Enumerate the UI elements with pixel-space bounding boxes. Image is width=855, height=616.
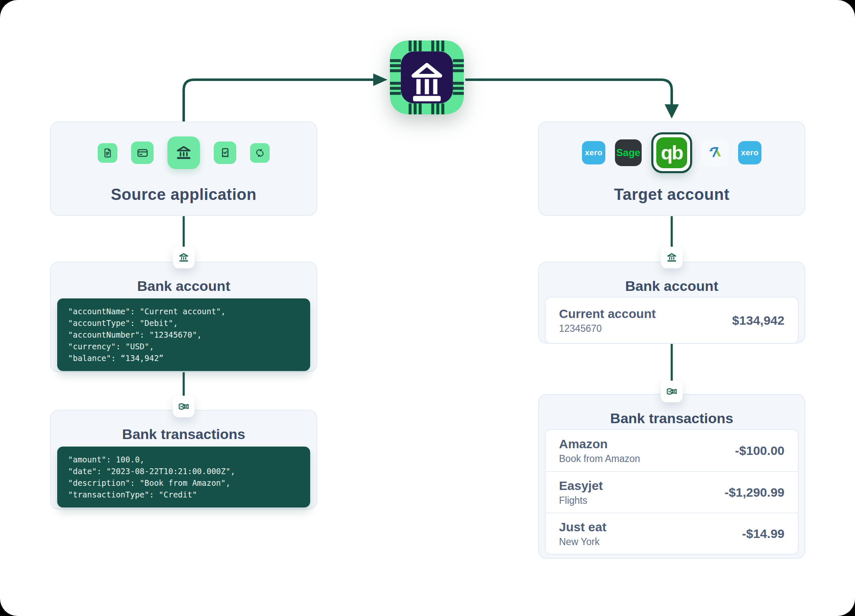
code-line: "accountNumber": "12345670",: [68, 329, 299, 341]
transactions-list: Amazon Book from Amazon -$100.00 Easyjet…: [545, 429, 799, 555]
arrowhead-right: [373, 73, 387, 86]
receipt-check-icon[interactable]: [214, 141, 236, 164]
account-summary-row: Current account 12345670 $134,942: [545, 297, 799, 344]
transaction-row: Amazon Book from Amazon -$100.00: [546, 430, 798, 471]
document-icon[interactable]: [98, 143, 117, 163]
transaction-detail: New York: [559, 536, 606, 548]
target-bank-transactions-card: Bank transactions Amazon Book from Amazo…: [538, 394, 805, 559]
account-name: Current account: [559, 307, 656, 321]
target-account-panel: xero Sage qb xero Targ: [538, 121, 805, 216]
sage-app-icon[interactable]: Sage: [615, 139, 642, 166]
transaction-detail: Book from Amazon: [559, 453, 640, 465]
transaction-detail: Flights: [559, 495, 603, 506]
arrow-source-to-chip: [184, 80, 373, 122]
transaction-merchant: Easyjet: [559, 479, 603, 493]
card-title: Bank transactions: [539, 411, 804, 426]
code-line: "accountType": "Debit",: [68, 317, 299, 329]
xero-label: xero: [741, 148, 759, 157]
source-application-panel: Source application: [50, 121, 317, 216]
transaction-amount: -$100.00: [735, 444, 784, 458]
freeagent-app-icon[interactable]: [702, 139, 729, 166]
card-title: Bank account: [51, 278, 316, 293]
bank-icon[interactable]: [167, 136, 200, 169]
quickbooks-app-icon-selected[interactable]: qb: [651, 132, 692, 173]
quickbooks-logo: qb: [656, 137, 687, 168]
arrowhead-down: [665, 104, 679, 119]
account-number: 12345670: [559, 323, 656, 334]
bank-badge-icon: [173, 247, 195, 268]
code-line: "accountName": "Current account",: [68, 305, 299, 317]
transaction-amount: -$1,290.99: [725, 485, 784, 500]
bank-badge-icon: [661, 247, 683, 268]
arrow-chip-to-target: [466, 80, 672, 104]
code-line: "currency": "USD",: [68, 341, 299, 352]
transaction-merchant: Amazon: [559, 437, 640, 451]
xero-app-icon[interactable]: xero: [582, 141, 605, 164]
code-line: "transactionType": "Credit": [68, 489, 299, 500]
transaction-merchant: Just eat: [559, 520, 606, 534]
transaction-amount: -$14.99: [742, 527, 784, 541]
freeagent-logo: [707, 144, 723, 161]
transaction-row: Just eat New York -$14.99: [546, 512, 798, 554]
card-title: Bank transactions: [51, 427, 316, 442]
card-title: Bank account: [539, 278, 804, 293]
credit-card-icon[interactable]: [131, 141, 154, 164]
source-bank-account-card: Bank account "accountName": "Current acc…: [50, 262, 317, 372]
code-line: "balance": “134,942”: [68, 352, 299, 364]
bank-chip-icon: [390, 40, 464, 114]
target-panel-title: Target account: [614, 186, 730, 204]
account-balance: $134,942: [732, 313, 784, 328]
code-line: "date": "2023-08-22T10:21:00.000Z",: [68, 465, 299, 477]
sync-icon[interactable]: [250, 143, 270, 163]
target-bank-account-card: Bank account Current account 12345670 $1…: [538, 262, 805, 343]
banknote-badge-icon: [661, 381, 683, 402]
transaction-row: Easyjet Flights -$1,290.99: [546, 471, 798, 512]
bank-transactions-json-block: "amount": 100.0, "date": "2023-08-22T10:…: [57, 447, 310, 507]
xero-app-icon[interactable]: xero: [738, 141, 761, 164]
bank-account-json-block: "accountName": "Current account", "accou…: [57, 298, 310, 371]
source-bank-transactions-card: Bank transactions "amount": 100.0, "date…: [50, 410, 317, 510]
code-line: "amount": 100.0,: [68, 454, 299, 465]
sage-label: Sage: [616, 147, 640, 159]
banknote-badge-icon: [173, 396, 195, 417]
diagram-canvas: Source application xero Sage qb: [0, 0, 855, 616]
source-panel-title: Source application: [111, 186, 257, 204]
xero-label: xero: [585, 148, 602, 157]
code-line: "description": "Book from Amazon",: [68, 477, 299, 489]
